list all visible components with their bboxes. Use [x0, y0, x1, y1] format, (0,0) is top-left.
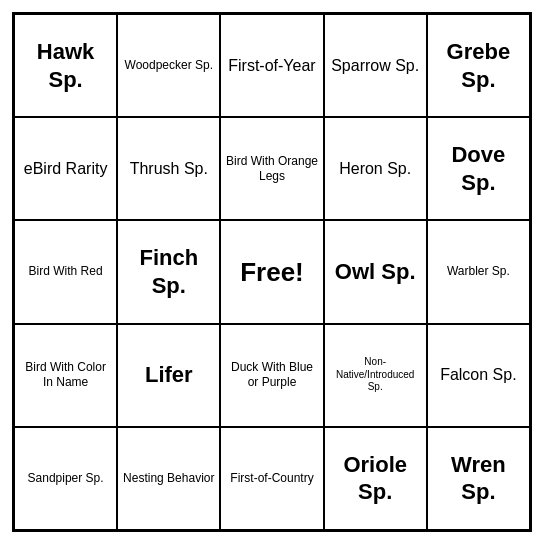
cell-r2c3: Owl Sp. [324, 220, 427, 323]
cell-text-r0c2: First-of-Year [228, 56, 315, 76]
cell-r1c2: Bird With Orange Legs [220, 117, 323, 220]
cell-r0c1: Woodpecker Sp. [117, 14, 220, 117]
cell-r2c1: Finch Sp. [117, 220, 220, 323]
cell-text-r3c0: Bird With Color In Name [19, 360, 112, 390]
cell-text-r4c4: Wren Sp. [432, 451, 525, 506]
cell-r0c4: Grebe Sp. [427, 14, 530, 117]
cell-text-r1c4: Dove Sp. [432, 141, 525, 196]
cell-text-r3c2: Duck With Blue or Purple [225, 360, 318, 390]
cell-text-r4c3: Oriole Sp. [329, 451, 422, 506]
cell-text-r2c1: Finch Sp. [122, 244, 215, 299]
cell-r2c2: Free! [220, 220, 323, 323]
cell-r1c1: Thrush Sp. [117, 117, 220, 220]
cell-r4c2: First-of-Country [220, 427, 323, 530]
cell-text-r2c0: Bird With Red [29, 264, 103, 279]
cell-text-r2c4: Warbler Sp. [447, 264, 510, 279]
cell-text-r3c4: Falcon Sp. [440, 365, 516, 385]
cell-r1c0: eBird Rarity [14, 117, 117, 220]
cell-r3c1: Lifer [117, 324, 220, 427]
cell-r4c4: Wren Sp. [427, 427, 530, 530]
cell-r0c2: First-of-Year [220, 14, 323, 117]
cell-text-r0c4: Grebe Sp. [432, 38, 525, 93]
cell-text-r0c1: Woodpecker Sp. [125, 58, 214, 73]
cell-text-r1c1: Thrush Sp. [130, 159, 208, 179]
cell-text-r0c0: Hawk Sp. [19, 38, 112, 93]
cell-text-r2c2: Free! [240, 256, 304, 289]
cell-r4c0: Sandpiper Sp. [14, 427, 117, 530]
cell-r3c4: Falcon Sp. [427, 324, 530, 427]
cell-r4c3: Oriole Sp. [324, 427, 427, 530]
cell-r2c0: Bird With Red [14, 220, 117, 323]
cell-text-r4c1: Nesting Behavior [123, 471, 214, 486]
cell-text-r1c2: Bird With Orange Legs [225, 154, 318, 184]
cell-text-r4c2: First-of-Country [230, 471, 313, 486]
cell-r0c0: Hawk Sp. [14, 14, 117, 117]
bingo-board: Hawk Sp.Woodpecker Sp.First-of-YearSparr… [12, 12, 532, 532]
cell-text-r1c3: Heron Sp. [339, 159, 411, 179]
cell-r0c3: Sparrow Sp. [324, 14, 427, 117]
cell-r1c3: Heron Sp. [324, 117, 427, 220]
cell-r3c2: Duck With Blue or Purple [220, 324, 323, 427]
cell-text-r2c3: Owl Sp. [335, 258, 416, 286]
cell-text-r1c0: eBird Rarity [24, 159, 108, 179]
cell-r1c4: Dove Sp. [427, 117, 530, 220]
cell-text-r3c1: Lifer [145, 361, 193, 389]
cell-r4c1: Nesting Behavior [117, 427, 220, 530]
cell-text-r3c3: Non-Native/Introduced Sp. [329, 356, 422, 394]
cell-r3c0: Bird With Color In Name [14, 324, 117, 427]
cell-text-r4c0: Sandpiper Sp. [28, 471, 104, 486]
cell-r3c3: Non-Native/Introduced Sp. [324, 324, 427, 427]
cell-r2c4: Warbler Sp. [427, 220, 530, 323]
cell-text-r0c3: Sparrow Sp. [331, 56, 419, 76]
